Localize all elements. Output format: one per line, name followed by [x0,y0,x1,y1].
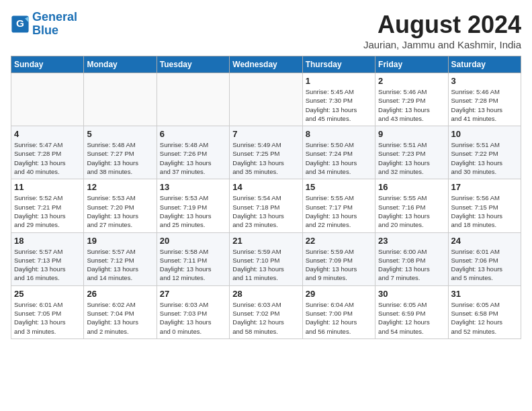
day-info: Sunrise: 5:45 AM Sunset: 7:30 PM Dayligh… [306,87,372,123]
day-info: Sunrise: 5:59 AM Sunset: 7:09 PM Dayligh… [306,247,372,283]
day-info: Sunrise: 5:58 AM Sunset: 7:11 PM Dayligh… [160,247,226,283]
calendar-day-cell: 20Sunrise: 5:58 AM Sunset: 7:11 PM Dayli… [157,232,229,285]
day-number: 8 [306,129,372,139]
calendar-day-cell: 9Sunrise: 5:51 AM Sunset: 7:23 PM Daylig… [375,126,448,179]
day-number: 27 [160,289,226,299]
calendar-day-cell: 4Sunrise: 5:47 AM Sunset: 7:28 PM Daylig… [11,126,84,179]
location-title: Jaurian, Jammu and Kashmir, India [363,39,521,50]
logo-icon: G [11,15,30,34]
calendar-day-cell: 18Sunrise: 5:57 AM Sunset: 7:13 PM Dayli… [11,232,84,285]
day-info: Sunrise: 6:03 AM Sunset: 7:03 PM Dayligh… [160,300,226,336]
calendar-day-cell: 19Sunrise: 5:57 AM Sunset: 7:12 PM Dayli… [84,232,157,285]
day-info: Sunrise: 5:59 AM Sunset: 7:10 PM Dayligh… [232,247,299,283]
day-info: Sunrise: 5:55 AM Sunset: 7:17 PM Dayligh… [306,193,372,229]
day-info: Sunrise: 5:53 AM Sunset: 7:19 PM Dayligh… [160,193,226,229]
logo-line2: Blue [32,24,58,37]
calendar-day-cell: 27Sunrise: 6:03 AM Sunset: 7:03 PM Dayli… [157,285,229,338]
calendar-day-cell: 21Sunrise: 5:59 AM Sunset: 7:10 PM Dayli… [230,232,302,285]
day-number: 25 [14,289,81,299]
day-info: Sunrise: 5:52 AM Sunset: 7:21 PM Dayligh… [14,193,81,229]
calendar-day-cell: 30Sunrise: 6:05 AM Sunset: 6:59 PM Dayli… [375,285,448,338]
calendar-day-cell: 25Sunrise: 6:01 AM Sunset: 7:05 PM Dayli… [11,285,84,338]
calendar-header-row: SundayMondayTuesdayWednesdayThursdayFrid… [11,56,521,73]
day-number: 21 [232,236,299,246]
day-number: 31 [451,289,518,299]
day-number: 3 [451,76,518,86]
day-number: 28 [232,289,299,299]
day-number: 13 [160,182,226,192]
day-number: 14 [232,182,299,192]
weekday-header: Tuesday [157,56,229,73]
calendar-day-cell: 11Sunrise: 5:52 AM Sunset: 7:21 PM Dayli… [11,179,84,232]
day-number: 4 [14,129,81,139]
day-info: Sunrise: 5:57 AM Sunset: 7:13 PM Dayligh… [14,247,81,283]
day-info: Sunrise: 5:57 AM Sunset: 7:12 PM Dayligh… [87,247,153,283]
calendar-day-cell: 6Sunrise: 5:48 AM Sunset: 7:26 PM Daylig… [157,126,229,179]
day-number: 17 [451,182,518,192]
calendar-week-row: 25Sunrise: 6:01 AM Sunset: 7:05 PM Dayli… [11,285,521,338]
day-info: Sunrise: 6:03 AM Sunset: 7:02 PM Dayligh… [232,300,299,336]
svg-text:G: G [16,17,24,29]
day-number: 24 [451,236,518,246]
weekday-header: Monday [84,56,157,73]
day-number: 9 [378,129,445,139]
day-info: Sunrise: 5:51 AM Sunset: 7:23 PM Dayligh… [378,140,445,176]
calendar-day-cell: 26Sunrise: 6:02 AM Sunset: 7:04 PM Dayli… [84,285,157,338]
day-number: 15 [306,182,372,192]
day-number: 7 [232,129,299,139]
weekday-header: Wednesday [230,56,302,73]
day-info: Sunrise: 6:00 AM Sunset: 7:08 PM Dayligh… [378,247,445,283]
logo-text: General Blue [32,11,77,38]
day-info: Sunrise: 5:56 AM Sunset: 7:15 PM Dayligh… [451,193,518,229]
day-info: Sunrise: 6:01 AM Sunset: 7:06 PM Dayligh… [451,247,518,283]
day-info: Sunrise: 6:05 AM Sunset: 6:59 PM Dayligh… [378,300,445,336]
title-block: August 2024 Jaurian, Jammu and Kashmir, … [363,11,521,50]
day-number: 22 [306,236,372,246]
calendar-day-cell: 2Sunrise: 5:46 AM Sunset: 7:29 PM Daylig… [375,73,448,126]
day-info: Sunrise: 6:01 AM Sunset: 7:05 PM Dayligh… [14,300,81,336]
day-number: 11 [14,182,81,192]
calendar-day-cell [230,73,302,126]
calendar-day-cell: 1Sunrise: 5:45 AM Sunset: 7:30 PM Daylig… [302,73,375,126]
logo-line1: General [32,10,77,24]
calendar-day-cell: 17Sunrise: 5:56 AM Sunset: 7:15 PM Dayli… [448,179,521,232]
calendar-day-cell: 10Sunrise: 5:51 AM Sunset: 7:22 PM Dayli… [448,126,521,179]
day-info: Sunrise: 5:46 AM Sunset: 7:29 PM Dayligh… [378,87,445,123]
day-number: 18 [14,236,81,246]
day-info: Sunrise: 5:51 AM Sunset: 7:22 PM Dayligh… [451,140,518,176]
day-info: Sunrise: 5:49 AM Sunset: 7:25 PM Dayligh… [232,140,299,176]
day-number: 20 [160,236,226,246]
day-number: 10 [451,129,518,139]
day-info: Sunrise: 5:55 AM Sunset: 7:16 PM Dayligh… [378,193,445,229]
calendar-day-cell: 16Sunrise: 5:55 AM Sunset: 7:16 PM Dayli… [375,179,448,232]
day-number: 29 [306,289,372,299]
calendar-day-cell: 12Sunrise: 5:53 AM Sunset: 7:20 PM Dayli… [84,179,157,232]
day-number: 23 [378,236,445,246]
weekday-header: Thursday [302,56,375,73]
calendar-week-row: 18Sunrise: 5:57 AM Sunset: 7:13 PM Dayli… [11,232,521,285]
calendar-week-row: 4Sunrise: 5:47 AM Sunset: 7:28 PM Daylig… [11,126,521,179]
day-number: 2 [378,76,445,86]
day-info: Sunrise: 6:04 AM Sunset: 7:00 PM Dayligh… [306,300,372,336]
day-number: 12 [87,182,153,192]
calendar-day-cell: 23Sunrise: 6:00 AM Sunset: 7:08 PM Dayli… [375,232,448,285]
day-number: 30 [378,289,445,299]
calendar-day-cell: 5Sunrise: 5:48 AM Sunset: 7:27 PM Daylig… [84,126,157,179]
day-number: 5 [87,129,153,139]
calendar-day-cell: 29Sunrise: 6:04 AM Sunset: 7:00 PM Dayli… [302,285,375,338]
calendar-day-cell [157,73,229,126]
page-header: G General Blue August 2024 Jaurian, Jamm… [11,11,521,50]
calendar-week-row: 11Sunrise: 5:52 AM Sunset: 7:21 PM Dayli… [11,179,521,232]
calendar-day-cell: 13Sunrise: 5:53 AM Sunset: 7:19 PM Dayli… [157,179,229,232]
calendar-day-cell: 28Sunrise: 6:03 AM Sunset: 7:02 PM Dayli… [230,285,302,338]
day-number: 19 [87,236,153,246]
logo: G General Blue [11,11,77,38]
day-info: Sunrise: 6:02 AM Sunset: 7:04 PM Dayligh… [87,300,153,336]
day-info: Sunrise: 5:50 AM Sunset: 7:24 PM Dayligh… [306,140,372,176]
calendar-week-row: 1Sunrise: 5:45 AM Sunset: 7:30 PM Daylig… [11,73,521,126]
day-info: Sunrise: 5:54 AM Sunset: 7:18 PM Dayligh… [232,193,299,229]
calendar-day-cell: 8Sunrise: 5:50 AM Sunset: 7:24 PM Daylig… [302,126,375,179]
day-number: 26 [87,289,153,299]
day-info: Sunrise: 5:53 AM Sunset: 7:20 PM Dayligh… [87,193,153,229]
calendar-day-cell: 31Sunrise: 6:05 AM Sunset: 6:58 PM Dayli… [448,285,521,338]
